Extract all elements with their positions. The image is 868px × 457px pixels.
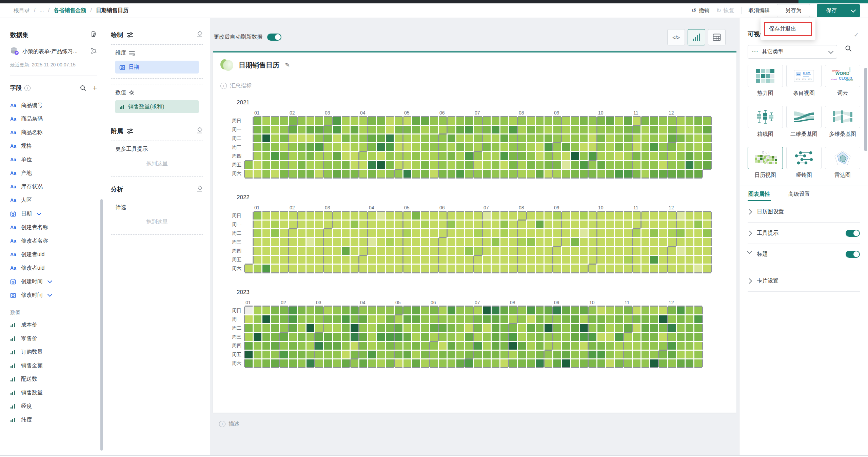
calendar-day-cell[interactable]	[324, 247, 332, 255]
calendar-day-cell[interactable]	[536, 359, 544, 367]
calendar-day-cell[interactable]	[650, 117, 658, 125]
calendar-day-cell[interactable]	[324, 238, 332, 246]
calendar-day-cell[interactable]	[395, 126, 402, 133]
calendar-day-cell[interactable]	[386, 307, 394, 314]
breadcrumb-parent[interactable]: 各省销售金额	[54, 7, 86, 14]
calendar-day-cell[interactable]	[377, 117, 385, 125]
calendar-day-cell[interactable]	[686, 126, 693, 133]
chart-type-item-view[interactable]: ITEM123 123 123条目视图	[786, 65, 822, 97]
calendar-day-cell[interactable]	[527, 126, 535, 133]
calendar-day-cell[interactable]	[448, 221, 455, 228]
calendar-day-cell[interactable]	[659, 117, 667, 125]
add-summary-indicator[interactable]: + 汇总指标	[220, 82, 252, 89]
calendar-day-cell[interactable]	[553, 307, 561, 314]
calendar-day-cell[interactable]	[615, 212, 623, 220]
calendar-day-cell[interactable]	[430, 229, 438, 237]
clear-attach-icon[interactable]	[196, 127, 203, 135]
calendar-day-cell[interactable]	[694, 126, 702, 133]
calendar-day-cell[interactable]	[492, 315, 499, 323]
calendar-day-cell[interactable]	[668, 221, 676, 228]
calendar-day-cell[interactable]	[289, 307, 297, 314]
calendar-day-cell[interactable]	[324, 351, 332, 358]
calendar-day-cell[interactable]	[324, 342, 332, 350]
calendar-day-cell[interactable]	[606, 126, 614, 133]
calendar-day-cell[interactable]	[448, 351, 455, 358]
calendar-day-cell[interactable]	[694, 170, 702, 178]
calendar-day-cell[interactable]	[465, 265, 473, 272]
calendar-day-cell[interactable]	[342, 256, 350, 264]
calendar-day-cell[interactable]	[474, 324, 482, 332]
calendar-day-cell[interactable]	[359, 152, 367, 160]
calendar-day-cell[interactable]	[633, 256, 640, 264]
calendar-day-cell[interactable]	[403, 351, 411, 358]
calendar-day-cell[interactable]	[262, 152, 270, 160]
field-item-numeric[interactable]: 销售金额	[10, 359, 97, 372]
calendar-day-cell[interactable]	[280, 134, 288, 142]
preview-dataset-icon[interactable]	[90, 47, 97, 56]
calendar-day-cell[interactable]	[324, 324, 332, 332]
calendar-day-cell[interactable]	[580, 324, 588, 332]
calendar-day-cell[interactable]	[289, 229, 297, 237]
calendar-day-cell[interactable]	[439, 134, 447, 142]
calendar-day-cell[interactable]	[430, 265, 438, 272]
calendar-day-cell[interactable]	[430, 134, 438, 142]
calendar-day-cell[interactable]	[536, 143, 544, 151]
calendar-day-cell[interactable]	[342, 238, 350, 246]
calendar-day-cell[interactable]	[606, 307, 614, 314]
calendar-day-cell[interactable]	[368, 324, 376, 332]
calendar-day-cell[interactable]	[589, 221, 596, 228]
calendar-day-cell[interactable]	[536, 161, 544, 169]
calendar-day-cell[interactable]	[289, 152, 297, 160]
calendar-day-cell[interactable]	[633, 134, 640, 142]
calendar-day-cell[interactable]	[668, 265, 676, 272]
calendar-day-cell[interactable]	[668, 247, 676, 255]
calendar-day-cell[interactable]	[262, 359, 270, 367]
calendar-day-cell[interactable]	[359, 229, 367, 237]
calendar-day-cell[interactable]	[642, 152, 649, 160]
calendar-day-cell[interactable]	[448, 307, 455, 314]
calendar-day-cell[interactable]	[307, 238, 314, 246]
calendar-day-cell[interactable]	[289, 212, 297, 220]
calendar-day-cell[interactable]	[421, 351, 429, 358]
calendar-day-cell[interactable]	[677, 256, 685, 264]
calendar-day-cell[interactable]	[342, 342, 350, 350]
calendar-day-cell[interactable]	[686, 351, 693, 358]
calendar-day-cell[interactable]	[686, 265, 693, 272]
calendar-day-cell[interactable]	[474, 265, 482, 272]
calendar-day-cell[interactable]	[500, 212, 508, 220]
calendar-day-cell[interactable]	[492, 143, 499, 151]
calendar-day-cell[interactable]	[642, 351, 649, 358]
calendar-day-cell[interactable]	[553, 351, 561, 358]
calendar-day-cell[interactable]	[509, 134, 517, 142]
calendar-day-cell[interactable]	[633, 307, 640, 314]
calendar-day-cell[interactable]	[553, 359, 561, 367]
calendar-day-cell[interactable]	[448, 126, 455, 133]
calendar-day-cell[interactable]	[465, 143, 473, 151]
calendar-day-cell[interactable]	[254, 324, 261, 332]
calendar-day-cell[interactable]	[703, 161, 711, 169]
calendar-day-cell[interactable]	[571, 324, 579, 332]
calendar-day-cell[interactable]	[439, 342, 447, 350]
calendar-day-cell[interactable]	[642, 247, 649, 255]
calendar-day-cell[interactable]	[271, 359, 279, 367]
calendar-day-cell[interactable]	[421, 117, 429, 125]
calendar-day-cell[interactable]	[571, 359, 579, 367]
calendar-day-cell[interactable]	[615, 238, 623, 246]
breadcrumb-root[interactable]: 根目录	[14, 7, 30, 14]
calendar-day-cell[interactable]	[342, 359, 350, 367]
calendar-day-cell[interactable]	[351, 221, 358, 228]
calendar-day-cell[interactable]	[597, 134, 605, 142]
calendar-day-cell[interactable]	[342, 221, 350, 228]
calendar-day-cell[interactable]	[694, 238, 702, 246]
calendar-day-cell[interactable]	[580, 256, 588, 264]
calendar-day-cell[interactable]	[694, 265, 702, 272]
calendar-day-cell[interactable]	[659, 134, 667, 142]
calendar-day-cell[interactable]	[254, 152, 261, 160]
calendar-day-cell[interactable]	[536, 315, 544, 323]
calendar-day-cell[interactable]	[342, 247, 350, 255]
calendar-day-cell[interactable]	[615, 152, 623, 160]
calendar-day-cell[interactable]	[298, 143, 305, 151]
calendar-day-cell[interactable]	[262, 342, 270, 350]
calendar-day-cell[interactable]	[439, 351, 447, 358]
settings-section[interactable]: 卡片设置	[748, 270, 860, 292]
